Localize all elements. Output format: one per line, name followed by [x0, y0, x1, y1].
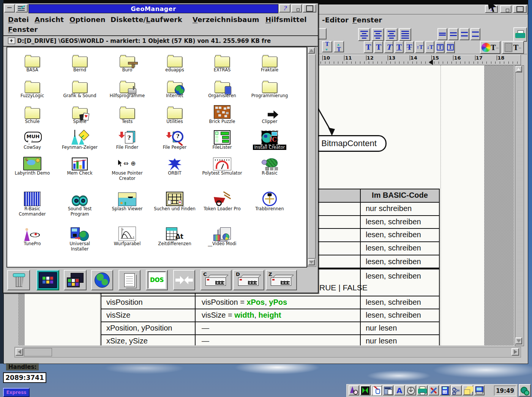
- express-button[interactable]: Express: [3, 388, 30, 397]
- editor-menu-item-0[interactable]: -Editor: [322, 16, 349, 24]
- file-item-labyrinth-demo[interactable]: Labyrinth Demo: [9, 156, 56, 176]
- text-plain-button[interactable]: T: [364, 41, 373, 53]
- vscroll-thumb[interactable]: [308, 54, 316, 258]
- file-item-mem-check[interactable]: Mem Check: [56, 156, 103, 176]
- line-spacing-1-button[interactable]: [437, 28, 447, 40]
- geomanager-restore-button[interactable]: [291, 4, 302, 13]
- scroll-up-button[interactable]: [515, 66, 522, 72]
- file-item-r-basic[interactable]: R-Basic: [246, 156, 293, 176]
- file-item-buro[interactable]: Buro: [104, 53, 151, 72]
- geomanager-titlebar[interactable]: — GeoManager ?: [3, 3, 318, 13]
- text-color-button[interactable]: T –: [480, 41, 500, 54]
- icon-view-button[interactable]: [36, 270, 59, 290]
- file-item-zeitdifferenzen[interactable]: ΔtZeitdifferenzen: [151, 227, 198, 246]
- file-item-bernd[interactable]: Bernd: [56, 53, 103, 72]
- file-item-grafik-sound[interactable]: Grafik & Sound: [56, 79, 103, 98]
- align-justify-button[interactable]: [399, 28, 411, 41]
- file-item-brick-puzzle[interactable]: Brick Puzzle: [199, 104, 246, 124]
- text-superscript-button[interactable]: ↑T: [415, 41, 424, 53]
- file-item-clipper[interactable]: Clipper: [246, 104, 293, 124]
- file-item-trabbirennen[interactable]: Trabbirennen: [246, 192, 293, 211]
- file-item-schule[interactable]: Schule: [9, 104, 56, 124]
- dos-button[interactable]: DOS: [146, 270, 168, 290]
- folder-up-icon[interactable]: [8, 38, 15, 44]
- file-item-basa[interactable]: BASA: [9, 53, 56, 72]
- file-item-eduapps[interactable]: eduapps: [151, 53, 198, 72]
- file-item-fraktale[interactable]: Fraktale: [246, 53, 293, 72]
- file-item-utilities[interactable]: Utilities: [151, 104, 198, 124]
- gears-button[interactable]: [519, 384, 531, 397]
- file-item-spiele[interactable]: ♥Spiele: [56, 104, 103, 124]
- text-italic-button[interactable]: T: [384, 41, 393, 53]
- trash-button[interactable]: [7, 270, 30, 290]
- file-item-internet[interactable]: Internet: [151, 79, 198, 98]
- file-item-universal-installer[interactable]: UniversalInstaller: [56, 227, 103, 252]
- file-item-file-finder[interactable]: ?File Finder: [104, 130, 151, 150]
- geomanager-help-button[interactable]: ?: [279, 4, 290, 13]
- text-strike-button[interactable]: T: [405, 41, 414, 53]
- drive-z-button[interactable]: Z: [266, 270, 297, 290]
- file-item-wurfparabel[interactable]: yxWurfparabel: [104, 227, 151, 246]
- line-spacing-3-button[interactable]: [459, 28, 469, 40]
- hscroll-thumb[interactable]: [24, 348, 52, 356]
- file-item-feynman-zeiger[interactable]: Feynman-Zeiger: [56, 130, 103, 150]
- geomanager-maximize-button[interactable]: [303, 4, 316, 13]
- window-view-button[interactable]: [64, 270, 87, 290]
- align-right-button[interactable]: [385, 28, 398, 41]
- file-item-suchen-und-finden[interactable]: ▲Suchen und Finden: [151, 192, 198, 211]
- drive-d-button[interactable]: D: [233, 270, 264, 290]
- file-item-filelister[interactable]: FileLister: [199, 130, 246, 150]
- taskbar-printer-button[interactable]: [417, 385, 428, 395]
- print-button[interactable]: [513, 27, 527, 42]
- editor-vscrollbar[interactable]: [515, 65, 524, 346]
- connect-button[interactable]: [173, 270, 195, 290]
- menu-item-ansicht[interactable]: Ansicht: [35, 16, 64, 24]
- menu-item-datei[interactable]: Datei: [8, 16, 29, 24]
- toolbar-partial-button[interactable]: [318, 28, 327, 39]
- taskbar-notes-stack-button[interactable]: [463, 385, 473, 395]
- text-subscript-button[interactable]: ↓T: [425, 41, 434, 53]
- minimize-button[interactable]: —: [4, 4, 15, 13]
- text-bold-button[interactable]: T: [374, 41, 383, 53]
- file-item-hilfsprogramme[interactable]: Hilfsprogramme: [104, 79, 151, 98]
- line-spacing-4-button[interactable]: [470, 28, 480, 40]
- taskbar-butterfly-button[interactable]: [360, 385, 371, 395]
- world-button[interactable]: [91, 270, 113, 290]
- file-item-cowsay[interactable]: MUHCowSay: [9, 130, 56, 150]
- taskbar-wand-magnifier-button[interactable]: [349, 385, 359, 395]
- line-spacing-2-button[interactable]: [448, 28, 458, 40]
- scroll-right-button[interactable]: [511, 348, 519, 356]
- align-left-button[interactable]: [358, 28, 370, 41]
- file-item-token-loader-pro[interactable]: Token Loader Pro: [199, 192, 246, 211]
- taskbar-tools-button[interactable]: [428, 385, 439, 395]
- file-item-splash-viewer[interactable]: Splash Viewer: [104, 192, 151, 211]
- file-item-file-peeper[interactable]: ?File Peeper: [151, 130, 198, 150]
- taskbar-font-a-button[interactable]: A: [394, 385, 405, 395]
- text-pattern-button[interactable]: T –: [502, 41, 524, 54]
- file-item-mouse-pointer-creator[interactable]: ⇔⊕Mouse PointerCreator: [104, 156, 151, 181]
- geomanager-icon-area[interactable]: BASA Bernd Buro eduapps EXTRAS Fraktale …: [6, 47, 307, 268]
- menu-item-fenster[interactable]: Fenster: [8, 25, 38, 33]
- file-item-programmierung[interactable]: Programmierung: [246, 79, 293, 98]
- scroll-down-button[interactable]: [308, 259, 315, 265]
- menu-item-verzeichnisbaum[interactable]: Verzeichnisbaum: [193, 16, 259, 24]
- text-height-button[interactable]: T⯆: [322, 41, 332, 52]
- scroll-left-button[interactable]: [16, 348, 23, 356]
- drive-c-button[interactable]: C: [200, 270, 232, 290]
- menu-item-diskette-laufwerk[interactable]: Diskette/Laufwerk: [111, 16, 182, 24]
- menu-item-hilfsmittel[interactable]: Hilfsmittel: [265, 16, 307, 24]
- file-item-tunepro[interactable]: TunePro: [9, 227, 56, 246]
- editor-hscrollbar[interactable]: [14, 347, 521, 358]
- file-item--video-modi[interactable]: __Video Modi: [199, 227, 246, 246]
- text-underline-button[interactable]: T: [395, 41, 404, 53]
- menu-item-optionen[interactable]: Optionen: [69, 16, 106, 24]
- scroll-up-button[interactable]: [308, 47, 315, 54]
- editor-menu-item-1[interactable]: Fenster: [352, 16, 382, 24]
- file-item-organisieren[interactable]: Organisieren: [199, 79, 246, 98]
- file-item-orbit[interactable]: ORBIT: [151, 156, 198, 176]
- scroll-down-button[interactable]: [515, 337, 522, 344]
- text-boxed-button[interactable]: T: [436, 41, 445, 53]
- align-center-button[interactable]: [372, 28, 384, 41]
- geomanager-vscrollbar[interactable]: [307, 47, 316, 267]
- taskbar-calculator-button[interactable]: [440, 385, 450, 395]
